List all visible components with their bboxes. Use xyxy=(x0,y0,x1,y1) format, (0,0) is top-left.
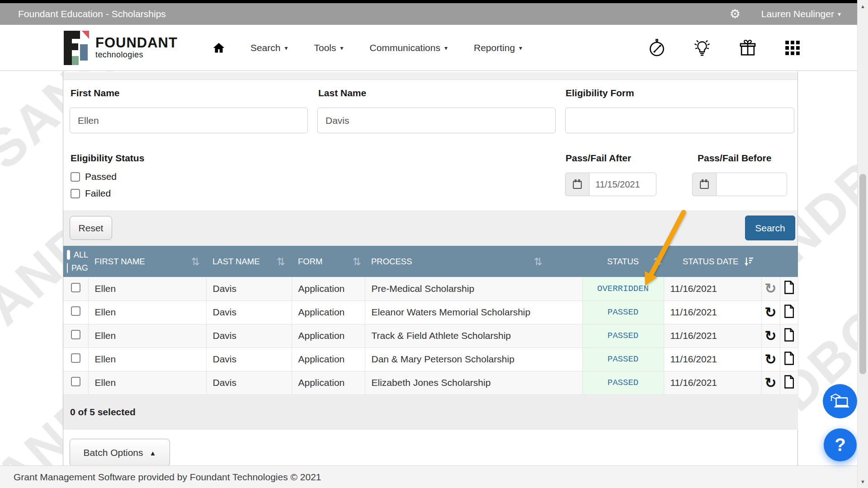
row-checkbox[interactable] xyxy=(71,306,80,316)
eligibility-form-input[interactable] xyxy=(565,108,794,133)
cell-last-name: Davis xyxy=(206,371,292,394)
failed-label: Failed xyxy=(85,188,111,199)
user-name: Lauren Neulinger xyxy=(761,9,834,19)
first-name-input[interactable] xyxy=(70,108,308,133)
document-icon xyxy=(782,328,796,342)
sort-icon[interactable]: ⇅ xyxy=(353,255,361,267)
main-nav: Search ▾ Tools ▾ Communications ▾ Report… xyxy=(200,42,535,54)
row-checkbox[interactable] xyxy=(71,377,80,386)
col-last-name[interactable]: LAST NAME ⇅ xyxy=(206,246,292,277)
document-icon xyxy=(782,375,796,389)
document-icon xyxy=(782,351,796,366)
scrollbar-thumb[interactable] xyxy=(859,174,866,374)
cell-last-name: Davis xyxy=(206,347,292,371)
footer-text: Grant Management Software provided by Fo… xyxy=(14,472,321,483)
table-row: Ellen Davis Application Dan & Mary Peter… xyxy=(63,347,798,371)
panel-top-strip xyxy=(63,72,797,80)
home-nav[interactable] xyxy=(200,42,237,54)
sort-icon[interactable]: ⇅ xyxy=(653,255,662,267)
education-resources-button[interactable] xyxy=(823,384,857,418)
scrollbar-down-arrow[interactable]: ▼ xyxy=(858,479,868,484)
chevron-down-icon: ▾ xyxy=(838,10,841,18)
scrollbar-up-arrow[interactable]: ▲ xyxy=(858,4,868,9)
col-first-name[interactable]: FIRST NAME ⇅ xyxy=(88,246,206,277)
pass-fail-before-label: Pass/Fail Before xyxy=(698,153,771,164)
admin-bar: Foundant Education - Scholarships ⚙ Laur… xyxy=(0,3,868,25)
sort-icon[interactable]: ⇅ xyxy=(277,255,285,267)
col-document xyxy=(780,246,798,277)
view-form-button[interactable] xyxy=(780,371,798,394)
rerun-eligibility-button[interactable]: ↻ xyxy=(761,347,780,371)
pass-fail-after-input[interactable] xyxy=(589,173,656,196)
col-form[interactable]: FORM ⇅ xyxy=(292,246,365,277)
col-refresh xyxy=(761,246,780,277)
last-name-input[interactable] xyxy=(317,108,556,133)
col-status-date[interactable]: STATUS DATE xyxy=(664,246,761,277)
rerun-eligibility-button[interactable]: ↻ xyxy=(761,277,780,300)
foundant-logo: FOUNDANT technologies xyxy=(61,30,178,66)
failed-checkbox[interactable] xyxy=(71,189,80,198)
status-link[interactable]: OVERRIDDEN xyxy=(582,277,664,300)
nav-communications[interactable]: Communications ▾ xyxy=(357,42,461,53)
site-title: Foundant Education - Scholarships xyxy=(18,9,166,19)
col-status[interactable]: STATUS ⇅ xyxy=(582,246,664,277)
timer-compass-icon[interactable] xyxy=(648,38,665,57)
cell-last-name: Davis xyxy=(206,324,292,347)
batch-options-button[interactable]: Batch Options ▲ xyxy=(70,439,170,467)
cell-last-name: Davis xyxy=(206,300,292,324)
help-button[interactable]: ? xyxy=(824,428,857,461)
row-checkbox[interactable] xyxy=(71,353,80,363)
laptop-graduation-icon xyxy=(830,392,850,411)
search-button[interactable]: Search xyxy=(745,216,795,240)
status-link[interactable]: PASSED xyxy=(582,347,664,371)
rerun-eligibility-button[interactable]: ↻ xyxy=(761,324,780,347)
cell-status-date: 11/16/2021 xyxy=(664,371,761,394)
idea-lightbulb-icon[interactable] xyxy=(693,38,712,57)
select-all-checkbox[interactable] xyxy=(67,250,70,260)
view-form-button[interactable] xyxy=(780,300,798,324)
view-form-button[interactable] xyxy=(780,277,798,300)
row-checkbox[interactable] xyxy=(71,330,80,339)
view-form-button[interactable] xyxy=(780,347,798,371)
sort-desc-icon[interactable] xyxy=(743,256,754,267)
passed-checkbox[interactable] xyxy=(71,172,80,182)
passed-label: Passed xyxy=(85,171,117,182)
status-link[interactable]: PASSED xyxy=(582,371,664,394)
select-page-checkbox[interactable] xyxy=(67,263,68,273)
window-top-edge xyxy=(0,0,868,3)
view-form-button[interactable] xyxy=(780,324,798,347)
rerun-eligibility-button[interactable]: ↻ xyxy=(761,300,780,324)
status-link[interactable]: PASSED xyxy=(582,324,664,347)
sort-icon[interactable]: ⇅ xyxy=(534,255,542,267)
apps-grid-icon[interactable] xyxy=(784,39,801,56)
gift-icon[interactable] xyxy=(739,39,757,57)
pass-fail-after-group xyxy=(565,173,656,196)
chevron-down-icon: ▾ xyxy=(284,44,288,52)
nav-reporting[interactable]: Reporting ▾ xyxy=(461,42,535,53)
chevron-down-icon: ▾ xyxy=(444,44,448,52)
cell-process: Track & Field Athlete Scholarship xyxy=(365,324,582,347)
user-menu[interactable]: Lauren Neulinger ▾ xyxy=(761,9,841,19)
cell-first-name: Ellen xyxy=(88,371,206,394)
pass-fail-before-group xyxy=(692,173,787,196)
chevron-down-icon: ▾ xyxy=(340,44,344,52)
col-process[interactable]: PROCESS ⇅ xyxy=(365,246,582,277)
status-link[interactable]: PASSED xyxy=(582,300,664,324)
pass-fail-before-input[interactable] xyxy=(716,173,787,196)
sort-icon[interactable]: ⇅ xyxy=(191,255,200,267)
gear-icon[interactable]: ⚙ xyxy=(730,8,741,20)
cell-form: Application xyxy=(292,347,365,371)
nav-tools[interactable]: Tools ▾ xyxy=(301,42,357,53)
brand-name: FOUNDANT xyxy=(95,36,178,50)
calendar-icon[interactable] xyxy=(565,173,589,196)
page-scrollbar[interactable]: ▲ ▼ xyxy=(857,0,868,488)
reset-button[interactable]: Reset xyxy=(70,216,112,240)
calendar-icon[interactable] xyxy=(692,173,716,196)
row-checkbox[interactable] xyxy=(71,283,80,292)
rerun-eligibility-button[interactable]: ↻ xyxy=(761,371,780,394)
nav-search[interactable]: Search ▾ xyxy=(237,42,301,53)
pass-fail-after-label: Pass/Fail After xyxy=(566,153,631,164)
refresh-icon: ↻ xyxy=(765,305,777,319)
passed-checkbox-row: Passed xyxy=(71,171,117,182)
page-footer: Grant Management Software provided by Fo… xyxy=(0,465,868,488)
